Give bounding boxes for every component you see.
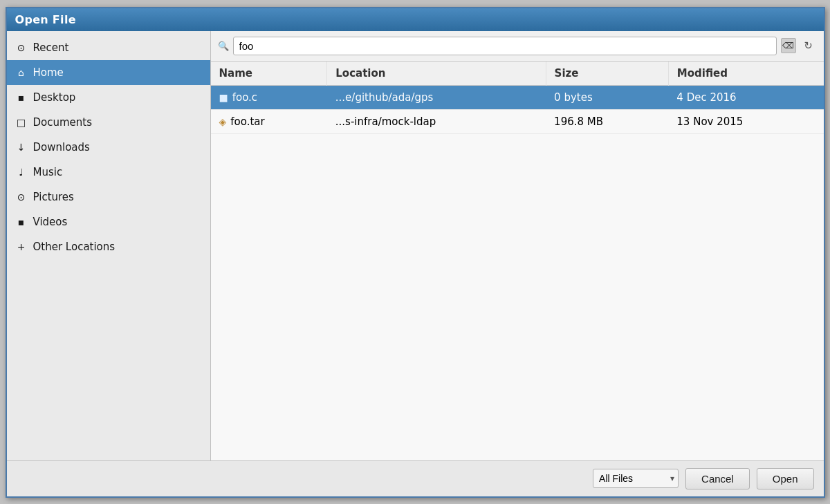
sidebar-item-label-music: Music	[33, 166, 63, 178]
bottom-bar: All FilesText FilesC Source Files Cancel…	[7, 460, 824, 496]
file-size-0: 0 bytes	[546, 85, 668, 109]
documents-icon: □	[15, 117, 28, 128]
file-location-1: ...s-infra/mock-ldap	[327, 109, 546, 133]
col-header-name: Name	[211, 62, 327, 86]
search-input[interactable]	[233, 37, 777, 55]
search-bar: 🔍 ⌫ ↻	[211, 31, 824, 62]
cancel-button[interactable]: Cancel	[685, 468, 750, 489]
sidebar-item-desktop[interactable]: ▪Desktop	[7, 85, 210, 110]
file-name-1: foo.tar	[230, 115, 264, 128]
file-table: Name Location Size Modified ■foo.c...e/g…	[211, 62, 824, 460]
main-area: ⊙Recent⌂Home▪Desktop□Documents↓Downloads…	[7, 31, 824, 460]
pictures-icon: ⊙	[15, 192, 28, 203]
sidebar-item-label-documents: Documents	[33, 116, 93, 129]
file-modified-1: 13 Nov 2015	[668, 109, 823, 133]
col-header-modified: Modified	[668, 62, 823, 86]
desktop-icon: ▪	[15, 92, 28, 103]
sidebar-item-label-desktop: Desktop	[33, 91, 76, 104]
dialog-titlebar: Open File	[7, 8, 824, 31]
file-filter-select[interactable]: All FilesText FilesC Source Files	[593, 469, 679, 488]
table-row[interactable]: ■foo.c...e/github/ada/gps0 bytes4 Dec 20…	[211, 85, 824, 109]
downloads-icon: ↓	[15, 142, 28, 153]
file-name-cell-0: ■foo.c	[211, 85, 327, 109]
table-header-row: Name Location Size Modified	[211, 62, 824, 86]
sidebar-item-label-recent: Recent	[33, 41, 69, 54]
file-type-icon-1: ◈	[219, 116, 227, 127]
file-size-1: 196.8 MB	[546, 109, 668, 133]
sidebar-item-label-videos: Videos	[33, 216, 68, 228]
content-area: 🔍 ⌫ ↻ Name Location Size Modified	[211, 31, 824, 460]
sidebar-item-label-home: Home	[33, 66, 64, 79]
sidebar-item-label-downloads: Downloads	[33, 141, 90, 153]
col-header-location: Location	[327, 62, 546, 86]
open-button[interactable]: Open	[757, 468, 814, 489]
sidebar-item-downloads[interactable]: ↓Downloads	[7, 135, 210, 160]
sidebar: ⊙Recent⌂Home▪Desktop□Documents↓Downloads…	[7, 31, 211, 460]
videos-icon: ▪	[15, 216, 28, 227]
recent-icon: ⊙	[15, 42, 28, 53]
search-refresh-button[interactable]: ↻	[800, 37, 817, 54]
home-icon: ⌂	[15, 67, 28, 78]
sidebar-item-music[interactable]: ♩Music	[7, 160, 210, 185]
file-name-cell-1: ◈foo.tar	[211, 109, 327, 133]
search-clear-button[interactable]: ⌫	[781, 38, 796, 53]
file-location-0: ...e/github/ada/gps	[327, 85, 546, 109]
sidebar-item-label-other-locations: Other Locations	[33, 241, 116, 253]
table-row[interactable]: ◈foo.tar...s-infra/mock-ldap196.8 MB13 N…	[211, 109, 824, 133]
sidebar-item-documents[interactable]: □Documents	[7, 110, 210, 135]
music-icon: ♩	[15, 167, 28, 178]
file-type-icon-0: ■	[219, 92, 228, 103]
file-modified-0: 4 Dec 2016	[668, 85, 823, 109]
sidebar-item-label-pictures: Pictures	[33, 191, 74, 203]
other-locations-icon: +	[15, 241, 28, 252]
sidebar-item-pictures[interactable]: ⊙Pictures	[7, 185, 210, 209]
file-filter-wrapper: All FilesText FilesC Source Files	[593, 469, 679, 488]
open-file-dialog: Open File ⊙Recent⌂Home▪Desktop□Documents…	[6, 7, 825, 498]
sidebar-item-videos[interactable]: ▪Videos	[7, 209, 210, 234]
search-icon: 🔍	[218, 41, 229, 51]
dialog-title: Open File	[15, 13, 76, 26]
sidebar-item-home[interactable]: ⌂Home	[7, 60, 210, 85]
sidebar-item-other-locations[interactable]: +Other Locations	[7, 234, 210, 259]
col-header-size: Size	[546, 62, 668, 86]
file-name-0: foo.c	[232, 91, 257, 104]
sidebar-item-recent[interactable]: ⊙Recent	[7, 35, 210, 60]
